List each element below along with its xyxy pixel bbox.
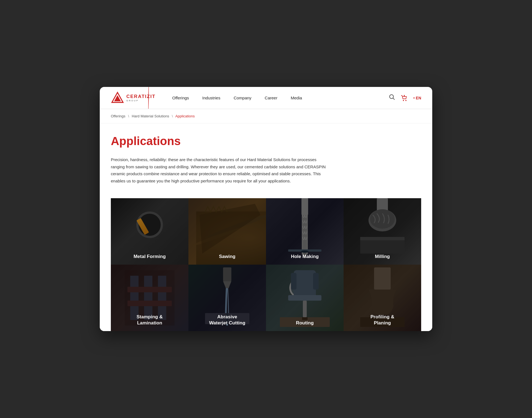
- card-metal-forming-label: Metal Forming: [111, 249, 188, 265]
- breadcrumb: Offerings \ Hard Material Solutions \ Ap…: [100, 109, 432, 123]
- logo-area[interactable]: CERATIZIT GROUP: [111, 91, 156, 105]
- red-diagonal-decoration: [148, 87, 149, 109]
- header-actions: • EN: [389, 94, 421, 102]
- card-routing[interactable]: Routing: [266, 265, 344, 331]
- cart-icon: [401, 94, 408, 102]
- breadcrumb-offerings[interactable]: Offerings: [111, 114, 126, 118]
- card-hole-making[interactable]: Hole Making: [266, 198, 344, 265]
- card-profiling-label: Profiling &Planing: [344, 309, 421, 331]
- svg-line-4: [393, 98, 395, 100]
- browser-frame: CERATIZIT GROUP Offerings Industries Com…: [100, 87, 432, 331]
- svg-point-6: [405, 100, 406, 101]
- card-milling[interactable]: Milling: [344, 198, 421, 265]
- svg-line-2: [148, 87, 149, 109]
- nav-company[interactable]: Company: [234, 96, 251, 100]
- card-metal-forming[interactable]: Metal Forming: [111, 198, 188, 265]
- card-routing-label: Routing: [266, 315, 344, 331]
- card-sawing-label: Sawing: [188, 249, 266, 265]
- card-profiling[interactable]: Profiling &Planing: [344, 265, 421, 331]
- header: CERATIZIT GROUP Offerings Industries Com…: [100, 87, 432, 109]
- language-selector[interactable]: • EN: [413, 96, 421, 100]
- page-title: Applications: [111, 135, 421, 148]
- logo-name: CERATIZIT: [126, 94, 156, 99]
- breadcrumb-current: Applications: [175, 114, 195, 118]
- main-content: Applications Precision, hardness, reliab…: [100, 123, 432, 331]
- nav-offerings[interactable]: Offerings: [172, 96, 189, 100]
- card-abrasive-label: AbrasiveWaterjet Cutting: [188, 309, 266, 331]
- card-stamping-label: Stamping &Lamination: [111, 309, 188, 331]
- logo-group: GROUP: [126, 99, 156, 102]
- svg-point-5: [403, 100, 404, 101]
- card-stamping[interactable]: Stamping &Lamination: [111, 265, 188, 331]
- applications-grid: Metal Forming Sawing: [111, 198, 421, 331]
- card-sawing[interactable]: Sawing: [188, 198, 266, 265]
- breadcrumb-sep-2: \: [172, 114, 173, 118]
- cart-button[interactable]: [401, 94, 408, 102]
- breadcrumb-hard-material[interactable]: Hard Material Solutions: [132, 114, 169, 118]
- breadcrumb-sep-1: \: [128, 114, 129, 118]
- nav-industries[interactable]: Industries: [202, 96, 220, 100]
- main-nav: Offerings Industries Company Career Medi…: [172, 96, 389, 100]
- card-abrasive[interactable]: AbrasiveWaterjet Cutting: [188, 265, 266, 331]
- search-icon: [389, 94, 395, 100]
- card-hole-making-label: Hole Making: [266, 249, 344, 265]
- nav-career[interactable]: Career: [265, 96, 277, 100]
- logo-triangle-icon: [111, 91, 124, 105]
- card-milling-label: Milling: [344, 249, 421, 265]
- search-button[interactable]: [389, 94, 395, 102]
- logo-text: CERATIZIT GROUP: [126, 94, 156, 102]
- page-description: Precision, hardness, reliability: these …: [111, 156, 327, 184]
- svg-point-3: [390, 95, 393, 99]
- nav-media[interactable]: Media: [291, 96, 302, 100]
